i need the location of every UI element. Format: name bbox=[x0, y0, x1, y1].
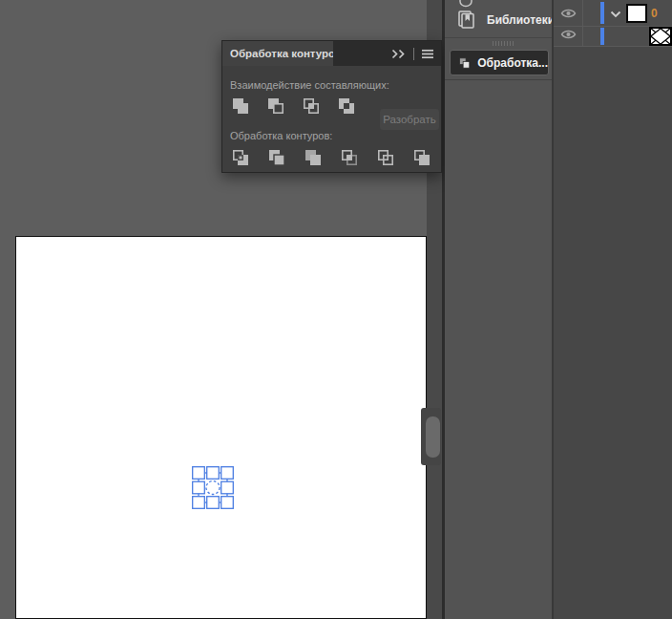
sidebar-item-pathfinder[interactable]: Обработка... bbox=[450, 50, 549, 75]
eye-column-divider bbox=[582, 0, 583, 46]
clipped-panel-icon[interactable] bbox=[456, 0, 475, 8]
dock-drag-grip[interactable] bbox=[493, 41, 514, 46]
minus-back-button[interactable] bbox=[411, 147, 432, 168]
sidebar-item-libraries[interactable]: Библиотеки bbox=[487, 13, 555, 27]
sidebar-separator-2 bbox=[445, 79, 552, 80]
artboard-page[interactable] bbox=[15, 236, 427, 619]
panel-dock-sidebar: Библиотеки Обработка... bbox=[445, 0, 552, 619]
selected-grid-object[interactable] bbox=[192, 466, 234, 509]
intersect-button[interactable] bbox=[301, 96, 322, 117]
pathfinder-panel: Обработка контуров bbox=[221, 40, 442, 173]
layer-name: 0 bbox=[651, 7, 658, 20]
row-divider-1 bbox=[554, 26, 672, 27]
pathfinder-panel-body: Взаимодействие составляющих: bbox=[222, 79, 441, 187]
merge-button[interactable] bbox=[303, 147, 324, 168]
pathfinder-panel-header: Обработка контуров bbox=[222, 41, 441, 66]
layers-panel: 0 bbox=[554, 0, 672, 619]
exclude-button[interactable] bbox=[336, 96, 357, 117]
pathfinder-dock-label: Обработка... bbox=[477, 56, 548, 70]
divide-button[interactable] bbox=[230, 147, 251, 168]
pathfinder-panel-tab[interactable]: Обработка контуров bbox=[222, 41, 333, 66]
panel-menu-icon[interactable] bbox=[421, 49, 434, 59]
visibility-eye-icon-row2[interactable] bbox=[560, 29, 577, 40]
unite-button[interactable] bbox=[230, 96, 251, 117]
layer-selection-bar-row2 bbox=[600, 28, 604, 45]
pathfinders-label: Обработка контуров: bbox=[230, 130, 441, 141]
expand-layer-chevron-icon[interactable] bbox=[610, 11, 621, 18]
visibility-eye-icon-row1[interactable] bbox=[560, 8, 577, 19]
pathfinder-dock-icon bbox=[458, 54, 471, 72]
header-separator bbox=[413, 48, 414, 60]
outline-button[interactable] bbox=[375, 147, 396, 168]
app-window: Обработка контуров bbox=[0, 0, 672, 619]
vertical-scroll-thumb[interactable] bbox=[426, 416, 440, 458]
sidebar-separator bbox=[445, 37, 552, 38]
expand-button[interactable]: Разобрать bbox=[380, 109, 439, 130]
row-divider-2 bbox=[554, 46, 672, 47]
trim-button[interactable] bbox=[266, 147, 287, 168]
layer-thumbnail-white[interactable] bbox=[626, 4, 647, 23]
crop-button[interactable] bbox=[339, 147, 360, 168]
pathfinder-panel-header-controls bbox=[333, 41, 441, 66]
minus-front-button[interactable] bbox=[265, 96, 286, 117]
layers-rows: 0 bbox=[554, 0, 672, 46]
shape-modes-label: Взаимодействие составляющих: bbox=[230, 79, 441, 91]
collapse-panel-icon[interactable] bbox=[391, 49, 407, 59]
layer-selection-bar-row1 bbox=[600, 2, 604, 24]
layer-thumbnail-diamond[interactable] bbox=[649, 27, 672, 46]
pathfinders-row bbox=[230, 147, 441, 168]
libraries-icon[interactable] bbox=[455, 9, 477, 31]
